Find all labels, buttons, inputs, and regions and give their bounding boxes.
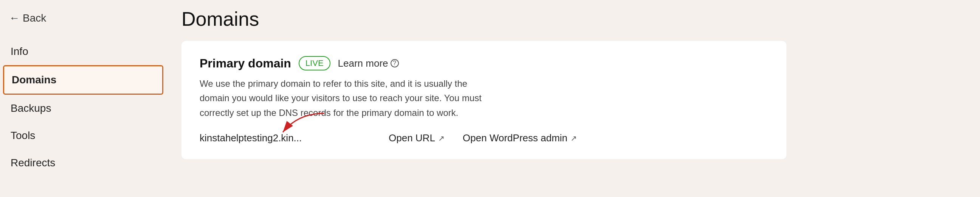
open-wp-admin-label: Open WordPress admin [463,132,568,144]
open-wp-admin-link[interactable]: Open WordPress admin ↗ [463,132,577,144]
back-button[interactable]: ← Back [0,8,166,29]
sidebar-nav: Info Domains Backups Tools Redirects [0,38,166,176]
sidebar-item-domains[interactable]: Domains [3,65,163,95]
domains-card: Primary domain LIVE Learn more ? We use … [181,41,786,159]
card-description: We use the primary domain to refer to th… [200,77,487,120]
open-url-link[interactable]: Open URL ↗ [389,132,445,144]
back-arrow-icon: ← [9,12,20,24]
sidebar-item-backups-label: Backups [11,102,51,114]
live-badge: LIVE [299,56,331,70]
sidebar-item-redirects[interactable]: Redirects [0,149,166,176]
arrow-annotation [260,109,328,141]
red-arrow-icon [260,109,328,140]
external-link-icon: ↗ [438,134,445,143]
info-circle-icon: ? [391,59,399,67]
sidebar-item-domains-label: Domains [12,74,56,86]
domain-row: kinstahelptesting2.kin... Open URL ↗ [200,132,768,144]
external-link-wp-icon: ↗ [571,134,577,143]
open-url-label: Open URL [389,132,435,144]
learn-more-link[interactable]: Learn more ? [338,58,399,69]
sidebar-item-backups[interactable]: Backups [0,95,166,122]
learn-more-label: Learn more [338,58,388,69]
card-header: Primary domain LIVE Learn more ? [200,56,768,70]
sidebar-item-tools-label: Tools [11,130,35,141]
page-title: Domains [181,8,965,30]
back-label: Back [23,12,46,24]
sidebar-item-tools[interactable]: Tools [0,122,166,149]
main-content: Domains Primary domain LIVE Learn more ?… [166,0,980,197]
card-title: Primary domain [200,56,291,70]
sidebar-item-info-label: Info [11,45,29,57]
sidebar-item-info[interactable]: Info [0,38,166,65]
sidebar: ← Back Info Domains Backups Tools Redire… [0,0,166,197]
sidebar-item-redirects-label: Redirects [11,157,55,168]
domain-actions: Open URL ↗ Open WordPress admin ↗ [389,132,577,144]
